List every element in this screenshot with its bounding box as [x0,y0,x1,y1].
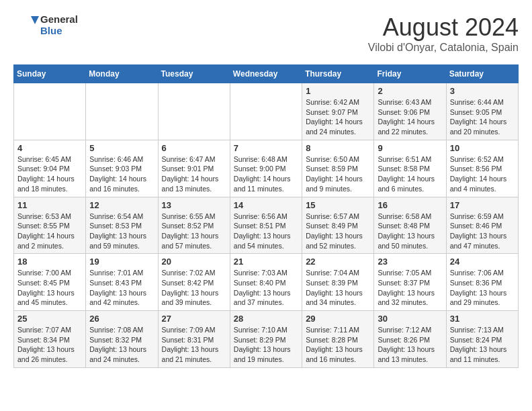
day-number: 31 [450,314,515,324]
day-number: 26 [89,314,154,324]
day-cell: 6Sunrise: 6:47 AM Sunset: 9:01 PM Daylig… [158,140,230,197]
day-info: Sunrise: 7:11 AM Sunset: 8:28 PM Dayligh… [306,325,370,365]
day-number: 12 [89,200,154,210]
day-cell: 22Sunrise: 7:04 AM Sunset: 8:39 PM Dayli… [302,254,374,311]
month-title: August 2024 [368,13,519,42]
day-number: 21 [234,257,298,267]
logo: General Blue [13,13,78,39]
day-number: 14 [234,200,298,210]
day-cell: 15Sunrise: 6:57 AM Sunset: 8:49 PM Dayli… [302,197,374,254]
day-cell: 16Sunrise: 6:58 AM Sunset: 8:48 PM Dayli… [374,197,446,254]
day-number: 4 [17,143,82,153]
day-number: 24 [450,257,515,267]
day-cell: 24Sunrise: 7:06 AM Sunset: 8:36 PM Dayli… [446,254,518,311]
day-cell: 7Sunrise: 6:48 AM Sunset: 9:00 PM Daylig… [230,140,302,197]
day-info: Sunrise: 7:08 AM Sunset: 8:32 PM Dayligh… [89,325,154,365]
week-row-5: 25Sunrise: 7:07 AM Sunset: 8:34 PM Dayli… [14,311,519,368]
day-info: Sunrise: 6:50 AM Sunset: 8:59 PM Dayligh… [306,154,370,194]
day-header-saturday: Saturday [446,65,518,83]
day-number: 30 [378,314,442,324]
day-header-wednesday: Wednesday [230,65,302,83]
logo-graphic: General Blue [13,13,78,39]
day-cell: 18Sunrise: 7:00 AM Sunset: 8:45 PM Dayli… [14,254,86,311]
day-number: 27 [162,314,226,324]
day-cell: 2Sunrise: 6:43 AM Sunset: 9:06 PM Daylig… [374,83,446,140]
day-info: Sunrise: 6:45 AM Sunset: 9:04 PM Dayligh… [17,154,82,194]
day-number: 18 [17,257,82,267]
day-cell: 28Sunrise: 7:10 AM Sunset: 8:29 PM Dayli… [230,311,302,368]
day-info: Sunrise: 7:07 AM Sunset: 8:34 PM Dayligh… [17,325,82,365]
day-number: 2 [378,86,442,96]
day-number: 28 [234,314,298,324]
day-info: Sunrise: 7:03 AM Sunset: 8:40 PM Dayligh… [234,268,298,308]
day-info: Sunrise: 7:01 AM Sunset: 8:43 PM Dayligh… [89,268,154,308]
day-info: Sunrise: 7:00 AM Sunset: 8:45 PM Dayligh… [17,268,82,308]
day-info: Sunrise: 6:56 AM Sunset: 8:51 PM Dayligh… [234,212,298,251]
day-header-monday: Monday [86,65,158,83]
day-cell: 30Sunrise: 7:12 AM Sunset: 8:26 PM Dayli… [374,311,446,368]
day-info: Sunrise: 7:02 AM Sunset: 8:42 PM Dayligh… [162,268,226,308]
day-info: Sunrise: 6:43 AM Sunset: 9:06 PM Dayligh… [378,97,442,137]
day-number: 16 [378,200,442,210]
day-cell [14,83,86,140]
day-cell: 12Sunrise: 6:54 AM Sunset: 8:53 PM Dayli… [86,197,158,254]
day-info: Sunrise: 6:58 AM Sunset: 8:48 PM Dayligh… [378,212,442,251]
day-cell: 19Sunrise: 7:01 AM Sunset: 8:43 PM Dayli… [86,254,158,311]
day-cell: 14Sunrise: 6:56 AM Sunset: 8:51 PM Dayli… [230,197,302,254]
location-subtitle: Vilobi d'Onyar, Catalonia, Spain [368,42,519,54]
day-number: 9 [378,143,442,153]
day-info: Sunrise: 6:57 AM Sunset: 8:49 PM Dayligh… [306,212,370,251]
day-header-thursday: Thursday [302,65,374,83]
day-info: Sunrise: 6:42 AM Sunset: 9:07 PM Dayligh… [306,97,370,137]
day-cell: 9Sunrise: 6:51 AM Sunset: 8:58 PM Daylig… [374,140,446,197]
day-info: Sunrise: 7:09 AM Sunset: 8:31 PM Dayligh… [162,325,226,365]
day-info: Sunrise: 6:44 AM Sunset: 9:05 PM Dayligh… [450,97,515,137]
day-cell: 17Sunrise: 6:59 AM Sunset: 8:46 PM Dayli… [446,197,518,254]
day-number: 20 [162,257,226,267]
day-cell: 10Sunrise: 6:52 AM Sunset: 8:56 PM Dayli… [446,140,518,197]
day-number: 10 [450,143,515,153]
day-cell [86,83,158,140]
day-header-sunday: Sunday [14,65,86,83]
day-info: Sunrise: 6:54 AM Sunset: 8:53 PM Dayligh… [89,212,154,251]
week-row-4: 18Sunrise: 7:00 AM Sunset: 8:45 PM Dayli… [14,254,519,311]
day-cell: 31Sunrise: 7:13 AM Sunset: 8:24 PM Dayli… [446,311,518,368]
day-number: 25 [17,314,82,324]
header: General Blue August 2024 Vilobi d'Onyar,… [13,13,519,54]
week-row-1: 1Sunrise: 6:42 AM Sunset: 9:07 PM Daylig… [14,83,519,140]
day-number: 23 [378,257,442,267]
title-area: August 2024 Vilobi d'Onyar, Catalonia, S… [368,13,519,54]
day-number: 13 [162,200,226,210]
day-info: Sunrise: 7:05 AM Sunset: 8:37 PM Dayligh… [378,268,442,308]
day-info: Sunrise: 6:51 AM Sunset: 8:58 PM Dayligh… [378,154,442,194]
days-header-row: SundayMondayTuesdayWednesdayThursdayFrid… [14,65,519,83]
day-header-tuesday: Tuesday [158,65,230,83]
day-info: Sunrise: 7:10 AM Sunset: 8:29 PM Dayligh… [234,325,298,365]
day-number: 11 [17,200,82,210]
day-info: Sunrise: 6:59 AM Sunset: 8:46 PM Dayligh… [450,212,515,251]
day-cell: 13Sunrise: 6:55 AM Sunset: 8:52 PM Dayli… [158,197,230,254]
day-cell [158,83,230,140]
day-cell: 26Sunrise: 7:08 AM Sunset: 8:32 PM Dayli… [86,311,158,368]
day-cell: 3Sunrise: 6:44 AM Sunset: 9:05 PM Daylig… [446,83,518,140]
day-cell: 8Sunrise: 6:50 AM Sunset: 8:59 PM Daylig… [302,140,374,197]
day-cell: 5Sunrise: 6:46 AM Sunset: 9:03 PM Daylig… [86,140,158,197]
day-number: 29 [306,314,370,324]
day-number: 7 [234,143,298,153]
day-cell: 11Sunrise: 6:53 AM Sunset: 8:55 PM Dayli… [14,197,86,254]
day-number: 22 [306,257,370,267]
logo-icon [13,13,39,39]
day-info: Sunrise: 6:55 AM Sunset: 8:52 PM Dayligh… [162,212,226,251]
day-info: Sunrise: 6:46 AM Sunset: 9:03 PM Dayligh… [89,154,154,194]
day-cell: 21Sunrise: 7:03 AM Sunset: 8:40 PM Dayli… [230,254,302,311]
day-info: Sunrise: 7:13 AM Sunset: 8:24 PM Dayligh… [450,325,515,365]
svg-marker-0 [31,16,39,24]
day-cell [230,83,302,140]
day-info: Sunrise: 6:47 AM Sunset: 9:01 PM Dayligh… [162,154,226,194]
day-number: 15 [306,200,370,210]
week-row-3: 11Sunrise: 6:53 AM Sunset: 8:55 PM Dayli… [14,197,519,254]
day-cell: 25Sunrise: 7:07 AM Sunset: 8:34 PM Dayli… [14,311,86,368]
day-cell: 23Sunrise: 7:05 AM Sunset: 8:37 PM Dayli… [374,254,446,311]
day-info: Sunrise: 6:52 AM Sunset: 8:56 PM Dayligh… [450,154,515,194]
day-number: 5 [89,143,154,153]
